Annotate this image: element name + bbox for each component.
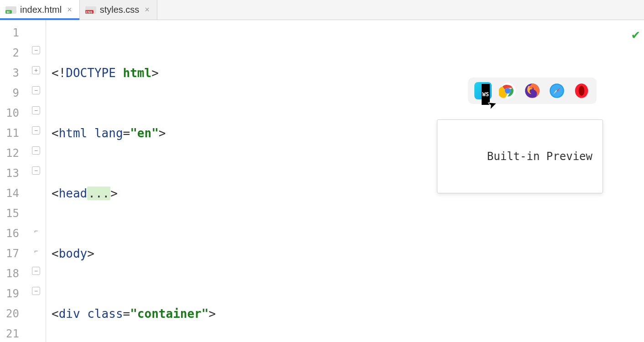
html-file-icon: H: [5, 5, 16, 15]
browser-preview-panel: [468, 78, 597, 104]
close-icon[interactable]: ×: [65, 5, 74, 15]
line-number: 20: [0, 304, 26, 324]
safari-icon[interactable]: [548, 82, 566, 99]
line-number: 10: [0, 103, 26, 123]
code-line: <body>: [46, 244, 644, 264]
fold-toggle-icon[interactable]: −: [32, 146, 40, 155]
tab-label: index.html: [20, 5, 62, 15]
line-number: 17: [0, 244, 26, 264]
line-number: 19: [0, 284, 26, 304]
line-number: 18: [0, 264, 26, 284]
fold-toggle-icon[interactable]: −: [32, 166, 40, 175]
svg-text:CSS: CSS: [86, 10, 93, 14]
line-number: 15: [0, 203, 26, 223]
tab-label: styles.css: [100, 5, 140, 15]
line-number-gutter: 1 2 3 9 10 11 12 13 14 15 16 17 18 19 20…: [0, 20, 26, 342]
code-editor[interactable]: 1 2 3 9 10 11 12 13 14 15 16 17 18 19 20…: [0, 20, 644, 342]
fold-end-icon[interactable]: ⌐: [32, 247, 40, 255]
chrome-icon[interactable]: [499, 82, 516, 99]
opera-icon[interactable]: [573, 82, 590, 99]
fold-toggle-icon[interactable]: −: [32, 287, 40, 295]
code-area[interactable]: <!DOCTYPE html> <html lang="en"> <head..…: [46, 20, 644, 342]
tooltip-text: Built-in Preview: [487, 150, 592, 163]
tab-styles-css[interactable]: CSS styles.css ×: [80, 0, 157, 20]
webstorm-preview-icon[interactable]: [474, 82, 492, 99]
svg-point-15: [579, 86, 585, 96]
line-number: 21: [0, 324, 26, 342]
editor-tabs: H index.html × CSS styles.css ×: [0, 0, 644, 20]
fold-toggle-icon[interactable]: −: [32, 126, 40, 135]
inspection-ok-icon[interactable]: ✔: [632, 25, 639, 45]
line-number: 2: [0, 43, 26, 63]
code-line: <div class="container">: [46, 304, 644, 324]
fold-expand-icon[interactable]: +: [32, 66, 40, 74]
line-number: 12: [0, 143, 26, 163]
tooltip: Built-in Preview: [437, 119, 603, 193]
tab-index-html[interactable]: H index.html ×: [0, 0, 80, 20]
fold-toggle-icon[interactable]: −: [32, 86, 40, 94]
firefox-icon[interactable]: [524, 82, 541, 99]
fold-gutter: − + − − − − − ⌐ ⌐ − −: [26, 20, 46, 342]
close-icon[interactable]: ×: [143, 5, 151, 15]
fold-toggle-icon[interactable]: −: [32, 267, 40, 275]
css-file-icon: CSS: [85, 5, 96, 15]
fold-end-icon[interactable]: ⌐: [32, 227, 40, 235]
line-number: 14: [0, 183, 26, 203]
svg-text:H: H: [7, 10, 10, 14]
fold-toggle-icon[interactable]: −: [32, 46, 40, 54]
line-number: 13: [0, 163, 26, 183]
fold-toggle-icon[interactable]: −: [32, 106, 40, 114]
line-number: 16: [0, 223, 26, 244]
line-number: 9: [0, 83, 26, 103]
line-number: 11: [0, 123, 26, 143]
line-number: 1: [0, 23, 26, 43]
line-number: 3: [0, 63, 26, 83]
